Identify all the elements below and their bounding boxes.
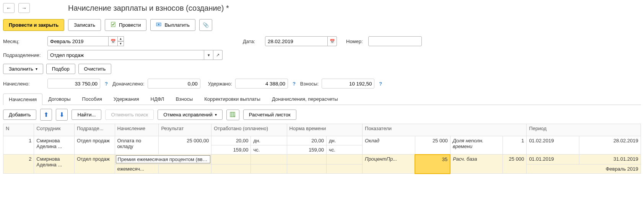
form-row-2: Подразделение: ▾ ↗ bbox=[3, 50, 641, 60]
contrib-help-icon[interactable]: ? bbox=[379, 81, 382, 87]
cell-employee[interactable]: Смирнова Аделина ... bbox=[34, 136, 75, 155]
month-calendar-icon[interactable]: 📅 bbox=[109, 36, 118, 46]
table-row[interactable]: 1 Смирнова Аделина ... Отдел продаж Опла… bbox=[3, 136, 641, 145]
extra-accrued-value bbox=[148, 79, 200, 89]
cell-norm-days-unit bbox=[326, 155, 362, 164]
tab-benefits[interactable]: Пособия bbox=[76, 93, 108, 105]
cell-norm-hours[interactable] bbox=[287, 164, 326, 174]
post-button[interactable]: Провести bbox=[105, 19, 147, 31]
tab-contracts[interactable]: Договоры bbox=[42, 93, 76, 105]
pay-button[interactable]: Выплатить bbox=[150, 19, 195, 31]
contrib-label: Взносы: bbox=[300, 81, 319, 87]
col-norm[interactable]: Норма времени bbox=[287, 124, 362, 136]
number-label: Номер: bbox=[346, 39, 365, 44]
withheld-help-icon[interactable]: ? bbox=[293, 81, 296, 87]
cell-norm-days[interactable] bbox=[287, 155, 326, 164]
cell-worked-hours[interactable] bbox=[211, 164, 251, 174]
cell-result[interactable]: 25 000,00 bbox=[159, 136, 211, 155]
cell-norm-hours[interactable]: 159,00 bbox=[287, 145, 326, 155]
section-toolbar: Заполнить ▾ Подбор Очистить bbox=[3, 64, 641, 74]
tab-ndfl[interactable]: НДФЛ bbox=[145, 93, 170, 105]
date-input[interactable] bbox=[265, 36, 328, 46]
cell-worked-hours[interactable]: 159,00 bbox=[211, 145, 251, 155]
cell-result[interactable] bbox=[159, 164, 211, 174]
cell-accrual-editor[interactable]: Премия ежемесячная процентом (ввод при р… bbox=[115, 155, 211, 164]
department-label: Подразделение: bbox=[3, 52, 44, 58]
number-input[interactable] bbox=[368, 36, 422, 46]
col-accrual[interactable]: Начисление bbox=[115, 124, 159, 136]
cell-norm-hours-unit: чс. bbox=[326, 145, 362, 155]
cell-norm-days[interactable]: 20,00 bbox=[287, 136, 326, 145]
cell-employee[interactable]: Смирнова Аделина ... bbox=[34, 155, 75, 174]
cell-ind2-value[interactable]: 1 bbox=[503, 136, 527, 155]
move-down-button[interactable]: ⬇ bbox=[56, 109, 68, 121]
cell-ind2-value[interactable]: 25 000 bbox=[503, 155, 527, 174]
cell-ind1-name[interactable]: ПроцентПр... bbox=[363, 155, 415, 174]
grid-header-row: N Сотрудник Подразде... Начисление Резул… bbox=[3, 124, 641, 136]
date-calendar-icon[interactable]: 📅 bbox=[328, 36, 337, 46]
cell-n[interactable]: 1 bbox=[3, 136, 34, 155]
pay-icon bbox=[156, 21, 162, 29]
department-input[interactable] bbox=[47, 50, 204, 60]
cell-period-sub[interactable]: Февраль 2019 bbox=[527, 164, 641, 174]
accrued-value bbox=[47, 79, 100, 89]
cell-department[interactable]: Отдел продаж bbox=[74, 136, 115, 155]
cell-worked-days-unit: дн. bbox=[251, 136, 287, 145]
payslip-button[interactable]: Расчетный листок bbox=[243, 110, 296, 120]
table-row[interactable]: 2 Смирнова Аделина ... Отдел продаж Прем… bbox=[3, 155, 641, 164]
cell-period-from[interactable]: 01.01.2019 bbox=[527, 155, 579, 164]
post-and-close-button[interactable]: Провести и закрыть bbox=[3, 19, 64, 31]
withheld-label: Удержано: bbox=[208, 81, 232, 87]
cell-worked-days[interactable]: 20,00 bbox=[211, 136, 251, 145]
cell-accrual-below[interactable]: ежемесяч... bbox=[115, 164, 159, 174]
find-button[interactable]: Найти... bbox=[72, 110, 101, 120]
tab-deductions[interactable]: Удержания bbox=[108, 93, 145, 105]
grid-toolbar: Добавить ⬆ ⬇ Найти... Отменить поиск Отм… bbox=[3, 109, 641, 121]
col-department[interactable]: Подразде... bbox=[74, 124, 115, 136]
forward-button[interactable]: → bbox=[18, 3, 30, 13]
col-result[interactable]: Результат bbox=[159, 124, 211, 136]
extra-accrued-label: Доначислено: bbox=[112, 81, 145, 87]
col-employee[interactable]: Сотрудник bbox=[34, 124, 75, 136]
month-up-button[interactable]: ▲ bbox=[118, 36, 124, 41]
col-n[interactable]: N bbox=[3, 124, 34, 136]
back-button[interactable]: ← bbox=[3, 3, 15, 13]
show-columns-button[interactable]: + bbox=[226, 110, 239, 120]
tab-accruals[interactable]: Начисления bbox=[3, 94, 42, 105]
cell-department[interactable]: Отдел продаж bbox=[74, 155, 115, 174]
cell-period-to[interactable]: 28.02.2019 bbox=[579, 136, 641, 155]
col-period[interactable]: Период bbox=[527, 124, 641, 136]
month-input[interactable] bbox=[47, 36, 109, 46]
cell-period-to[interactable]: 31.01.2019 bbox=[579, 155, 641, 164]
move-up-button[interactable]: ⬆ bbox=[40, 109, 52, 121]
fill-button[interactable]: Заполнить ▾ bbox=[3, 64, 43, 74]
tab-extra-accruals[interactable]: Доначисления, перерасчеты bbox=[266, 93, 344, 105]
department-open-button[interactable]: ↗ bbox=[213, 50, 223, 60]
cell-accrual[interactable]: Оплата по окладу bbox=[115, 136, 159, 155]
month-down-button[interactable]: ▼ bbox=[118, 41, 124, 46]
cell-n[interactable]: 2 bbox=[3, 155, 34, 174]
cell-ind2-name[interactable]: Доля неполн. времени bbox=[450, 136, 503, 155]
cell-period-from[interactable]: 01.02.2019 bbox=[527, 136, 579, 155]
chevron-down-icon: ▾ bbox=[215, 113, 217, 117]
tab-contributions[interactable]: Взносы bbox=[170, 93, 198, 105]
cell-ind2-name[interactable]: Расч. база bbox=[450, 155, 503, 174]
date-label: Дата: bbox=[243, 39, 262, 44]
col-worked[interactable]: Отработано (оплачено) bbox=[211, 124, 287, 136]
accrual-edit-input[interactable]: Премия ежемесячная процентом (ввод при р… bbox=[116, 155, 211, 163]
attachment-button[interactable]: 📎 bbox=[199, 19, 212, 31]
cancel-corrections-button[interactable]: Отмена исправлений ▾ bbox=[158, 110, 223, 120]
cell-ind1-value[interactable]: 35 bbox=[415, 155, 450, 174]
col-indicators[interactable]: Показатели bbox=[363, 124, 527, 136]
cell-ind1-value[interactable]: 25 000 bbox=[415, 136, 450, 155]
add-row-button[interactable]: Добавить bbox=[3, 110, 36, 120]
tab-corrections[interactable]: Корректировки выплаты bbox=[198, 93, 266, 105]
accrued-help-icon[interactable]: ? bbox=[105, 81, 108, 87]
cell-ind1-name[interactable]: Оклад bbox=[363, 136, 415, 155]
department-dropdown-button[interactable]: ▾ bbox=[204, 50, 213, 60]
save-button[interactable]: Записать bbox=[68, 19, 101, 31]
svg-text:+: + bbox=[234, 114, 236, 118]
clear-button[interactable]: Очистить bbox=[78, 64, 112, 74]
pick-button[interactable]: Подбор bbox=[46, 64, 75, 74]
cell-worked-days[interactable] bbox=[211, 155, 251, 164]
